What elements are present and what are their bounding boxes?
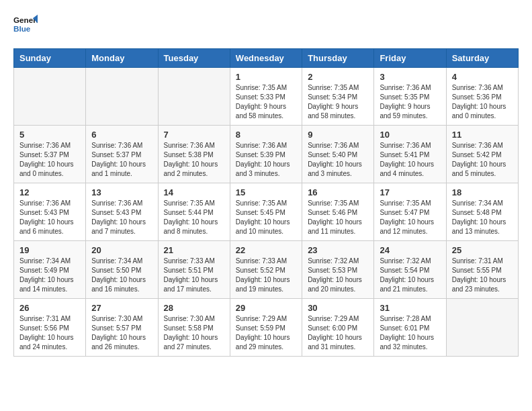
calendar-week-3: 12Sunrise: 7:36 AM Sunset: 5:43 PM Dayli… <box>14 183 519 241</box>
calendar-cell <box>158 68 230 126</box>
day-info: Sunrise: 7:32 AM Sunset: 5:54 PM Dayligh… <box>380 257 440 294</box>
day-number: 6 <box>91 130 152 140</box>
svg-text:Blue: Blue <box>13 24 31 33</box>
calendar-cell: 12Sunrise: 7:36 AM Sunset: 5:43 PM Dayli… <box>14 183 86 241</box>
day-number: 14 <box>164 187 224 197</box>
calendar-week-5: 26Sunrise: 7:31 AM Sunset: 5:56 PM Dayli… <box>14 299 519 357</box>
day-number: 12 <box>19 187 80 197</box>
svg-text:General: General <box>13 15 38 24</box>
day-header-sunday: Sunday <box>14 49 86 68</box>
calendar-cell: 29Sunrise: 7:29 AM Sunset: 5:59 PM Dayli… <box>230 299 302 357</box>
day-header-monday: Monday <box>86 49 158 68</box>
day-info: Sunrise: 7:36 AM Sunset: 5:37 PM Dayligh… <box>19 141 80 179</box>
calendar-week-2: 5Sunrise: 7:36 AM Sunset: 5:37 PM Daylig… <box>14 126 519 183</box>
calendar-cell: 22Sunrise: 7:33 AM Sunset: 5:52 PM Dayli… <box>230 241 302 299</box>
day-number: 20 <box>91 245 152 255</box>
day-info: Sunrise: 7:34 AM Sunset: 5:48 PM Dayligh… <box>452 199 513 236</box>
day-number: 1 <box>236 72 296 82</box>
calendar-week-1: 1Sunrise: 7:35 AM Sunset: 5:33 PM Daylig… <box>14 68 519 126</box>
day-info: Sunrise: 7:34 AM Sunset: 5:49 PM Dayligh… <box>19 257 80 294</box>
day-info: Sunrise: 7:30 AM Sunset: 5:57 PM Dayligh… <box>91 314 152 352</box>
calendar-cell: 13Sunrise: 7:36 AM Sunset: 5:43 PM Dayli… <box>86 183 158 241</box>
calendar-cell: 28Sunrise: 7:30 AM Sunset: 5:58 PM Dayli… <box>158 299 230 357</box>
day-info: Sunrise: 7:31 AM Sunset: 5:55 PM Dayligh… <box>452 257 513 294</box>
calendar-cell: 24Sunrise: 7:32 AM Sunset: 5:54 PM Dayli… <box>374 241 446 299</box>
calendar-cell: 31Sunrise: 7:28 AM Sunset: 6:01 PM Dayli… <box>374 299 446 357</box>
day-number: 11 <box>452 130 513 140</box>
day-number: 30 <box>308 303 368 313</box>
calendar-cell: 26Sunrise: 7:31 AM Sunset: 5:56 PM Dayli… <box>14 299 86 357</box>
day-info: Sunrise: 7:35 AM Sunset: 5:44 PM Dayligh… <box>164 199 224 236</box>
day-info: Sunrise: 7:36 AM Sunset: 5:39 PM Dayligh… <box>236 141 296 179</box>
page-header: General Blue <box>13 13 519 38</box>
day-info: Sunrise: 7:36 AM Sunset: 5:38 PM Dayligh… <box>164 141 224 179</box>
calendar-cell: 10Sunrise: 7:36 AM Sunset: 5:41 PM Dayli… <box>374 126 446 183</box>
calendar-cell: 3Sunrise: 7:36 AM Sunset: 5:35 PM Daylig… <box>374 68 446 126</box>
day-number: 13 <box>91 187 152 197</box>
day-number: 18 <box>452 187 513 197</box>
day-info: Sunrise: 7:36 AM Sunset: 5:37 PM Dayligh… <box>91 141 152 179</box>
calendar-cell: 14Sunrise: 7:35 AM Sunset: 5:44 PM Dayli… <box>158 183 230 241</box>
day-number: 25 <box>452 245 513 255</box>
calendar-cell: 4Sunrise: 7:36 AM Sunset: 5:36 PM Daylig… <box>446 68 518 126</box>
day-header-tuesday: Tuesday <box>158 49 230 68</box>
day-number: 26 <box>19 303 80 313</box>
day-info: Sunrise: 7:36 AM Sunset: 5:43 PM Dayligh… <box>19 199 80 236</box>
day-number: 9 <box>308 130 368 140</box>
calendar-cell: 7Sunrise: 7:36 AM Sunset: 5:38 PM Daylig… <box>158 126 230 183</box>
calendar-cell: 9Sunrise: 7:36 AM Sunset: 5:40 PM Daylig… <box>302 126 374 183</box>
calendar-week-4: 19Sunrise: 7:34 AM Sunset: 5:49 PM Dayli… <box>14 241 519 299</box>
day-info: Sunrise: 7:30 AM Sunset: 5:58 PM Dayligh… <box>164 314 224 352</box>
day-number: 21 <box>164 245 224 255</box>
day-info: Sunrise: 7:36 AM Sunset: 5:42 PM Dayligh… <box>452 141 513 179</box>
calendar-cell <box>446 299 518 357</box>
day-header-friday: Friday <box>374 49 446 68</box>
calendar-cell: 17Sunrise: 7:35 AM Sunset: 5:47 PM Dayli… <box>374 183 446 241</box>
day-header-wednesday: Wednesday <box>230 49 302 68</box>
day-header-saturday: Saturday <box>446 49 518 68</box>
day-number: 16 <box>308 187 368 197</box>
day-info: Sunrise: 7:29 AM Sunset: 6:00 PM Dayligh… <box>308 314 368 352</box>
day-info: Sunrise: 7:32 AM Sunset: 5:53 PM Dayligh… <box>308 257 368 294</box>
calendar-cell: 21Sunrise: 7:33 AM Sunset: 5:51 PM Dayli… <box>158 241 230 299</box>
day-info: Sunrise: 7:29 AM Sunset: 5:59 PM Dayligh… <box>236 314 296 352</box>
calendar-cell: 27Sunrise: 7:30 AM Sunset: 5:57 PM Dayli… <box>86 299 158 357</box>
calendar-table: SundayMondayTuesdayWednesdayThursdayFrid… <box>13 48 519 357</box>
days-header-row: SundayMondayTuesdayWednesdayThursdayFrid… <box>14 49 519 68</box>
calendar-cell: 15Sunrise: 7:35 AM Sunset: 5:45 PM Dayli… <box>230 183 302 241</box>
calendar-cell: 25Sunrise: 7:31 AM Sunset: 5:55 PM Dayli… <box>446 241 518 299</box>
day-number: 24 <box>380 245 440 255</box>
calendar-cell: 20Sunrise: 7:34 AM Sunset: 5:50 PM Dayli… <box>86 241 158 299</box>
day-info: Sunrise: 7:35 AM Sunset: 5:33 PM Dayligh… <box>236 83 296 121</box>
calendar-cell: 23Sunrise: 7:32 AM Sunset: 5:53 PM Dayli… <box>302 241 374 299</box>
day-info: Sunrise: 7:35 AM Sunset: 5:47 PM Dayligh… <box>380 199 440 236</box>
calendar-cell: 6Sunrise: 7:36 AM Sunset: 5:37 PM Daylig… <box>86 126 158 183</box>
day-number: 4 <box>452 72 513 82</box>
day-info: Sunrise: 7:35 AM Sunset: 5:46 PM Dayligh… <box>308 199 368 236</box>
day-info: Sunrise: 7:36 AM Sunset: 5:41 PM Dayligh… <box>380 141 440 179</box>
calendar-cell: 19Sunrise: 7:34 AM Sunset: 5:49 PM Dayli… <box>14 241 86 299</box>
day-number: 8 <box>236 130 296 140</box>
day-info: Sunrise: 7:35 AM Sunset: 5:34 PM Dayligh… <box>308 83 368 121</box>
day-info: Sunrise: 7:31 AM Sunset: 5:56 PM Dayligh… <box>19 314 80 352</box>
calendar-cell <box>14 68 86 126</box>
day-info: Sunrise: 7:33 AM Sunset: 5:51 PM Dayligh… <box>164 257 224 294</box>
logo-icon: General Blue <box>13 13 38 38</box>
day-info: Sunrise: 7:33 AM Sunset: 5:52 PM Dayligh… <box>236 257 296 294</box>
day-number: 5 <box>19 130 80 140</box>
day-info: Sunrise: 7:28 AM Sunset: 6:01 PM Dayligh… <box>380 314 440 352</box>
day-info: Sunrise: 7:34 AM Sunset: 5:50 PM Dayligh… <box>91 257 152 294</box>
day-number: 19 <box>19 245 80 255</box>
day-number: 27 <box>91 303 152 313</box>
day-number: 29 <box>236 303 296 313</box>
calendar-cell: 11Sunrise: 7:36 AM Sunset: 5:42 PM Dayli… <box>446 126 518 183</box>
day-number: 22 <box>236 245 296 255</box>
calendar-cell: 16Sunrise: 7:35 AM Sunset: 5:46 PM Dayli… <box>302 183 374 241</box>
day-number: 2 <box>308 72 368 82</box>
day-number: 17 <box>380 187 440 197</box>
day-number: 31 <box>380 303 440 313</box>
day-info: Sunrise: 7:36 AM Sunset: 5:36 PM Dayligh… <box>452 83 513 121</box>
calendar-cell: 18Sunrise: 7:34 AM Sunset: 5:48 PM Dayli… <box>446 183 518 241</box>
day-info: Sunrise: 7:36 AM Sunset: 5:35 PM Dayligh… <box>380 83 440 121</box>
day-number: 28 <box>164 303 224 313</box>
